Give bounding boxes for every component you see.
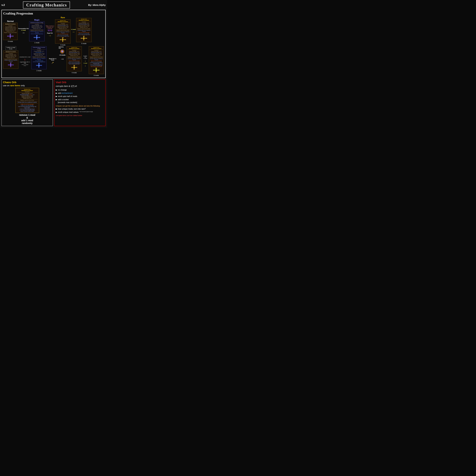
rare-3mod-header: Carrion Core [56, 20, 70, 21]
normal-label: Normal [7, 20, 14, 22]
6mod-count: 6 mods [94, 74, 99, 76]
svg-point-39 [96, 70, 97, 71]
normal-stat-req: Requires: Level 33, 43 Str, 43 Dex [4, 32, 17, 33]
rare-5mod-name: Bombard Crossbow [77, 20, 91, 21]
usable-note: *usable on magic & rare [5, 46, 16, 50]
vaal-outcome-2: add enchantment [58, 92, 73, 95]
annu-aug-area: Annulment Orb -1 mod ↕ Augmentation Orb … [19, 56, 31, 66]
usable-note-text: *usable on magic & rare [6, 47, 15, 50]
arrow-to-5mods: → [72, 30, 75, 34]
crossbow-icon-rare4 [71, 65, 78, 70]
magic-2mod-image [32, 63, 46, 68]
vaal-corrupted-note: corrupted items can't be crafted further [56, 114, 104, 117]
vaal-unique-arrow-2: ▶ [56, 111, 57, 114]
main-flow: Normal Bombard Crossbow Crossbow Physica… [3, 17, 104, 46]
svg-point-21 [84, 38, 84, 39]
alchemy-area: Alchemy Orb 🔮 +4 mods → [59, 46, 66, 61]
transmute-orb-step: Transmutation Orb +1 mod → [18, 28, 29, 34]
vaal-unique-arrow-1: ▶ [56, 108, 57, 110]
regal-plus-label: Regal Orb +1 mods [47, 58, 58, 61]
svg-rect-10 [34, 37, 35, 38]
vaal-uniques-section: Uniques can get the outcomes above and a… [56, 105, 104, 117]
rare-3mod-name: Bombard Crossbow [56, 21, 70, 22]
normal-stat-phys: Physical Damage: 12-47 [4, 26, 17, 27]
crossbow-icon-normal [7, 34, 14, 39]
diagonal-arrow: ↗ [51, 61, 54, 65]
normal-stat-crit: Critical Hit Chance: 5.00% [4, 27, 17, 28]
chaos-subtitle: use on rare items only [3, 84, 51, 87]
svg-point-3 [10, 36, 11, 37]
plus-1-mod-label: +1 mod [84, 63, 87, 64]
magic-stat-crit: Critical Hit Chance: 5.00% [30, 26, 44, 27]
up-arrow: ↕ [24, 58, 26, 61]
exalted-connector: +1 mod → [71, 29, 76, 34]
vaal-bullet-2: ▶ add enchantment [56, 92, 104, 95]
svg-rect-40 [93, 70, 94, 70]
crafting-progression-title: Crafting Progression [3, 12, 104, 15]
no-rarity-note: *doesn't change rarity? [20, 64, 30, 66]
svg-rect-22 [81, 38, 82, 38]
vaal-outcome-4: add a socket[exceeds max sockets] [58, 98, 77, 104]
magic-stat-aps: Attacks per Second: 1.65 [30, 27, 44, 28]
vaal-outcome-3: reroll upto half of mods [58, 95, 77, 98]
magic-stat-req: Requires: Level 33, 43 Str, 43 Dex [30, 30, 44, 31]
vaal-arrow-4: ▶ [56, 98, 57, 101]
regal-orb-step: Regal Orb → [47, 33, 53, 37]
normal-stat-type: Crossbow [4, 25, 17, 26]
transmute-label: Transmutation Orb [18, 28, 29, 29]
magic-2mod-column: Chilled Bombard Crossbow of Rage Crossbo… [32, 46, 47, 71]
rare-6mod-card: Carrion Core Bombard Crossbow Crossbow P… [89, 46, 104, 74]
vaal-intro: corrupts item & 1[?] of: ▶ no change ▶ a… [56, 85, 104, 117]
bottom-flow: *usable on magic & rare Bombard Crossbow… [3, 46, 104, 76]
chaos-item-type: Crossbow [17, 91, 38, 93]
svg-point-31 [38, 65, 39, 66]
chaos-item-name: Bombard Crossbow [17, 90, 38, 91]
chaos-action4: randomly [22, 122, 33, 124]
question-marks: ??? [48, 29, 52, 32]
crossbow-icon-rare6 [93, 68, 100, 73]
bottom-left: *usable on magic & rare Bombard Crossbow… [3, 46, 18, 69]
exalted-right-connector: Exalted Orb+1 mod ↓ +1 mod ↓ [83, 55, 88, 67]
down-arrow-exalted: ↓ [85, 59, 86, 62]
augmentation-text: Augmentation Orb +1 mod [20, 61, 30, 64]
magic-stat-reload: Reload Time: 0.75 [30, 28, 44, 29]
lower-section: Chaos Orb use on rare items only Carrion… [1, 79, 106, 126]
magic-stat-type: Crossbow [30, 24, 44, 25]
alchemy-plus: +4 mods [59, 54, 66, 56]
annulment-label: Annulment Orb -1 mod [19, 56, 30, 58]
transmute-connector: Transmutation Orb +1 mod → [18, 28, 29, 34]
chaos-item-card: Carrion Core Bombard Crossbow Crossbow P… [15, 88, 39, 113]
svg-point-15 [62, 39, 63, 40]
5mod-column: Carrion Core Bombard Crossbow Crossbow P… [76, 18, 92, 44]
exalted-plus: +1 mod [71, 29, 76, 30]
svg-rect-11 [39, 37, 40, 38]
exalted-orb-step: +1 mod → [71, 29, 76, 34]
rare-3mod-image [56, 37, 70, 42]
normal-column: Normal Bombard Crossbow Crossbow Physica… [3, 20, 17, 42]
svg-rect-23 [86, 38, 87, 38]
vaal-arrow-2: ▶ [56, 92, 57, 95]
rare-4mod-column: Carrion Core Bombard Crossbow Crossbow P… [67, 46, 82, 73]
alchemy-orb: 🔮 [60, 49, 64, 54]
down-arrow2-exalted: ↓ [85, 64, 86, 67]
magic-item-image [30, 35, 44, 40]
vaal-title: Vaal Orb [56, 81, 104, 84]
normal-item-image [4, 34, 17, 39]
header: v.2 Crafting Mechanics By: Idora Alphy [1, 1, 106, 9]
magic-item-card: Bombard Crossbow of Rage Crossbow Physic… [29, 21, 45, 41]
vaal-intro-text: corrupts item & 1[?] of: [56, 85, 104, 88]
rare-5mod-image [77, 36, 91, 41]
svg-point-35 [74, 67, 75, 68]
crossbow-icon-normal2 [7, 62, 14, 68]
vaal-bullet-4: ▶ add a socket[exceeds max sockets] [56, 98, 104, 104]
crossbow-icon-rare5 [80, 36, 87, 41]
vaal-outcome-1: no change [58, 88, 67, 91]
normal-item-image-2 [4, 62, 17, 68]
vaal-unique-outcome-1: lose unique mods, turn into rare? [58, 108, 86, 110]
page-wrapper: v.2 Crafting Mechanics By: Idora Alphy C… [0, 0, 107, 128]
normal-item-card-2: Bombard Crossbow Crossbow Physical Damag… [3, 51, 18, 69]
svg-marker-30 [38, 63, 40, 63]
vaal-arrow-1: ▶ [56, 88, 57, 91]
rare-6mod-image [90, 68, 103, 73]
regal-label: Regal Orb [47, 33, 53, 34]
